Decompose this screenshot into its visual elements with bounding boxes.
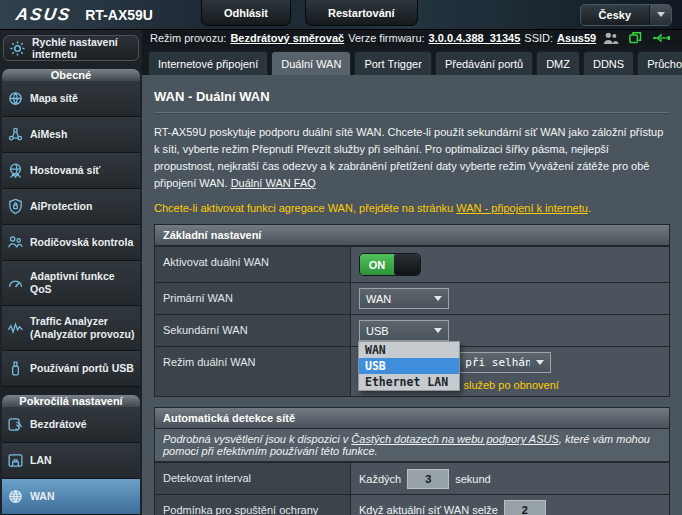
sidebar-item-network-map[interactable]: Mapa sítě [2, 81, 140, 117]
tab-port-trigger[interactable]: Port Trigger [354, 51, 431, 75]
dual-wan-mode-label: Režim duální WAN [155, 347, 350, 396]
status-icons [603, 30, 670, 45]
secondary-wan-dropdown: WAN USB Ethernet LAN [358, 341, 460, 391]
intro-paragraph: RT-AX59U poskytuje podporu duální sítě W… [154, 124, 670, 192]
network-devices-icon[interactable] [628, 30, 643, 45]
sidebar-item-quick-setup[interactable]: Rychlé nastavení internetu [3, 35, 139, 61]
sidebar-section-general: Obecné [2, 69, 140, 81]
top-banner: ASUS RT-AX59U Odhlásit Restartování Česk… [0, 0, 682, 30]
usb-drive-icon [7, 360, 24, 377]
model-name: RT-AX59U [85, 7, 153, 23]
note-text: Podrobná vysvětlení jsou k dispozici v [163, 433, 351, 445]
tab-ddns[interactable]: DDNS [583, 51, 634, 75]
secondary-wan-select[interactable]: USB [359, 320, 449, 341]
sidebar-item-guest-network[interactable]: Hostovaná síť [2, 153, 140, 189]
auto-detection-note: Podrobná vysvětlení jsou k dispozici v Č… [155, 429, 669, 462]
aimesh-icon [7, 126, 24, 143]
traffic-analyzer-icon [7, 320, 24, 337]
network-map-icon [7, 90, 24, 107]
page-title: WAN - Duální WAN [154, 83, 670, 112]
dual-wan-toggle[interactable]: ON [359, 253, 421, 276]
aggregation-text: Chcete-li aktivovat funkci agregace WAN,… [154, 202, 456, 214]
interval-suffix: sekund [455, 473, 490, 485]
sidebar-item-traffic-analyzer[interactable]: Traffic Analyzer (Analyzátor provozu) [2, 306, 140, 351]
sidebar-item-label: Bezdrátové [30, 418, 87, 431]
table-row-enable-dual-wan: Aktivovat duální WAN ON [155, 246, 669, 282]
ssid-label: SSID: [524, 32, 553, 44]
toggle-knob [394, 254, 420, 275]
sidebar-item-label: AiProtection [30, 200, 92, 213]
primary-wan-value: WAN [366, 293, 428, 305]
dropdown-option-usb[interactable]: USB [359, 358, 459, 374]
primary-wan-label: Primární WAN [155, 283, 350, 314]
tab-nat-passthrough[interactable]: Průchod NAT [637, 51, 682, 75]
usb-status-icon[interactable] [652, 31, 670, 45]
title-divider [154, 112, 670, 114]
asus-logo: ASUS [15, 5, 73, 25]
wan-globe-icon [7, 488, 24, 505]
lan-port-icon [7, 452, 24, 469]
wan-internet-connection-link[interactable]: WAN - připojení k internetu [456, 202, 588, 214]
tab-dual-wan[interactable]: Duální WAN [271, 51, 351, 75]
dual-wan-faq-link[interactable]: Duální WAN FAQ [231, 177, 316, 189]
failover-condition-label: Podmínka pro spuštění ochrany automatick… [155, 495, 350, 515]
sidebar-item-parental-controls[interactable]: Rodičovská kontrola [2, 225, 140, 261]
sidebar-item-label: Rodičovská kontrola [30, 236, 133, 249]
guest-network-icon [7, 162, 24, 179]
sidebar-item-usb-application[interactable]: Používání portů USB [2, 351, 140, 387]
sidebar-item-label: Rychlé nastavení internetu [32, 36, 133, 60]
parental-controls-icon [7, 234, 24, 251]
shield-lock-icon [7, 198, 24, 215]
asus-faq-link[interactable]: Častých dotazech na webu podpory ASUS [351, 433, 559, 445]
firmware-label: Verze firmwaru: [348, 32, 424, 44]
table-row-primary-wan: Primární WAN WAN [155, 282, 669, 314]
chevron-down-icon [434, 328, 442, 333]
secondary-wan-label: Sekundární WAN [155, 315, 350, 346]
aggregation-note: Chcete-li aktivovat funkci agregace WAN,… [154, 202, 670, 214]
ssid-link[interactable]: Asus59 [557, 32, 596, 44]
gear-icon [9, 40, 26, 57]
language-value: Česky [581, 9, 649, 21]
content-column: Režim provozu: Bezdrátový směrovač Verze… [142, 30, 682, 515]
qos-gauge-icon [7, 275, 24, 292]
interval-prefix: Každých [359, 473, 401, 485]
enable-dual-wan-label: Aktivovat duální WAN [155, 247, 350, 282]
sidebar-item-label: Traffic Analyzer (Analyzátor provozu) [30, 315, 135, 341]
sidebar-item-aimesh[interactable]: AiMesh [2, 117, 140, 153]
tab-dmz[interactable]: DMZ [536, 51, 580, 75]
sidebar-item-lan[interactable]: LAN [2, 443, 140, 479]
chevron-down-icon [434, 296, 442, 301]
tab-port-forwarding[interactable]: Předávání portů [435, 51, 533, 75]
table-row-secondary-wan: Sekundární WAN USB WAN USB Eth [155, 314, 669, 346]
secondary-wan-value: USB [366, 325, 428, 337]
failover-count-input[interactable] [504, 500, 546, 515]
table-row-failover-condition: Podmínka pro spuštění ochrany automatick… [155, 494, 669, 515]
language-select[interactable]: Česky [580, 4, 672, 26]
primary-wan-select[interactable]: WAN [359, 288, 449, 309]
sidebar-item-label: AiMesh [30, 128, 67, 141]
dropdown-option-ethernet-lan[interactable]: Ethernet LAN [359, 374, 459, 390]
table-row-detect-interval: Detekovat interval Každých sekund [155, 462, 669, 494]
tab-internet-connection[interactable]: Internetové připojení [148, 51, 268, 75]
toggle-on-label: ON [360, 254, 394, 275]
basic-config-header: Základní nastavení [155, 225, 669, 246]
detect-interval-input[interactable] [407, 469, 449, 489]
sidebar-item-label: Hostovaná síť [30, 164, 100, 177]
dropdown-option-wan[interactable]: WAN [359, 342, 459, 358]
sidebar: Rychlé nastavení internetu Obecné Mapa s… [0, 30, 142, 515]
operation-mode-link[interactable]: Bezdrátový směrovač [230, 32, 344, 44]
operation-mode-label: Režim provozu: [150, 32, 226, 44]
logout-button[interactable]: Odhlásit [201, 0, 291, 26]
clients-icon[interactable] [603, 31, 619, 45]
wireless-icon [7, 416, 24, 433]
sidebar-item-wan[interactable]: WAN [2, 479, 140, 515]
sidebar-item-qos[interactable]: Adaptivní funkce QoS [2, 261, 140, 306]
sidebar-item-label: Adaptivní funkce QoS [30, 270, 135, 296]
wan-tabs: Internetové připojení Duální WAN Port Tr… [142, 45, 682, 75]
reboot-button[interactable]: Restartování [305, 0, 418, 26]
chevron-down-icon[interactable] [649, 5, 671, 25]
sidebar-item-wireless[interactable]: Bezdrátové [2, 407, 140, 443]
firmware-version-link[interactable]: 3.0.0.4.388_31345 [429, 32, 521, 44]
detect-interval-label: Detekovat interval [155, 463, 350, 494]
sidebar-item-aiprotection[interactable]: AiProtection [2, 189, 140, 225]
